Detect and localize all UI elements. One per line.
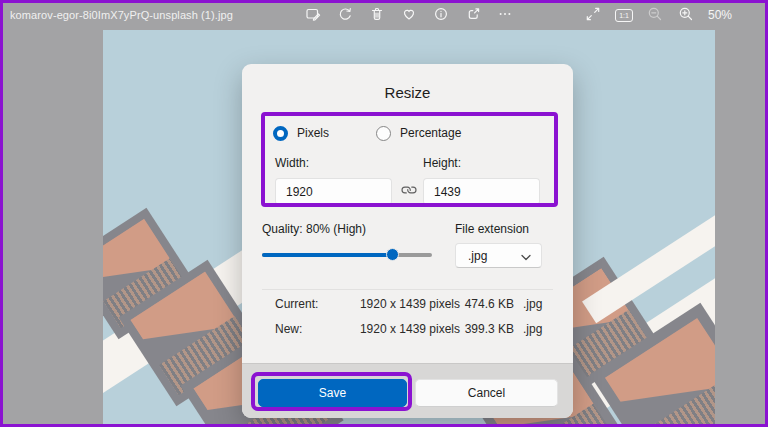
favorite-button[interactable]: [400, 6, 418, 24]
top-toolbar: komarov-egor-8i0ImX7yPrQ-unsplash (1).jp…: [0, 0, 768, 30]
quality-slider[interactable]: [262, 247, 432, 263]
zoom-in-icon: [678, 6, 694, 25]
more-options-icon: [497, 6, 513, 25]
delete-icon: [369, 6, 385, 25]
dialog-title: Resize: [242, 64, 573, 101]
summary-row-current: Current: 1920 x 1439 pixels 474.6 KB .jp…: [242, 297, 573, 313]
summary-size: 474.6 KB: [464, 297, 514, 311]
toolbar-right-icons: 1:1 50%: [584, 0, 732, 30]
filename: komarov-egor-8i0ImX7yPrQ-unsplash (1).jp…: [10, 0, 233, 30]
link-dimensions-button[interactable]: [400, 183, 417, 200]
zoom-level-label[interactable]: 50%: [708, 8, 732, 22]
summary-label: Current:: [275, 297, 318, 311]
slider-thumb[interactable]: [386, 248, 399, 261]
link-icon: [402, 183, 416, 200]
radio-unselected-icon: [376, 126, 391, 141]
width-label: Width:: [275, 156, 309, 170]
building-wall: [582, 193, 715, 324]
radio-percentage-label: Percentage: [400, 126, 461, 140]
zoom-out-icon: [647, 6, 663, 25]
width-input[interactable]: [275, 178, 392, 205]
photos-app-window: komarov-egor-8i0ImX7yPrQ-unsplash (1).jp…: [0, 0, 768, 427]
delete-button[interactable]: [368, 6, 386, 24]
fullscreen-icon: [585, 6, 601, 25]
summary-dimensions: 1920 x 1439 pixels: [352, 322, 460, 336]
file-extension-dropdown[interactable]: .jpg: [455, 243, 542, 268]
height-input[interactable]: [423, 178, 540, 205]
file-extension-value: .jpg: [468, 249, 487, 263]
chevron-down-icon: [521, 247, 531, 265]
summary-size: 399.3 KB: [464, 322, 514, 336]
radio-selected-icon: [273, 126, 288, 141]
balcony-cube: [103, 208, 198, 339]
more-options-button[interactable]: [496, 6, 514, 24]
zoom-out-button[interactable]: [646, 6, 664, 24]
file-extension-label: File extension: [455, 222, 529, 236]
rotate-icon: [337, 6, 353, 25]
favorite-icon: [401, 6, 417, 25]
share-icon: [465, 6, 481, 25]
fullscreen-button[interactable]: [584, 6, 602, 24]
summary-extension: .jpg: [523, 297, 542, 311]
toolbar-center-icons: [304, 0, 514, 30]
rotate-button[interactable]: [336, 6, 354, 24]
summary-label: New:: [275, 322, 302, 336]
slider-fill: [262, 253, 393, 257]
edit-image-button[interactable]: [304, 6, 322, 24]
actual-size-icon: 1:1: [615, 9, 633, 22]
cancel-button[interactable]: Cancel: [415, 379, 558, 407]
dialog-footer: Save Cancel: [242, 363, 573, 418]
balcony-cube: [590, 303, 715, 427]
summary-dimensions: 1920 x 1439 pixels: [352, 297, 460, 311]
summary-row-new: New: 1920 x 1439 pixels 399.3 KB .jpg: [242, 322, 573, 338]
radio-pixels-label: Pixels: [297, 126, 329, 140]
height-label: Height:: [423, 156, 461, 170]
info-icon: [433, 6, 449, 25]
save-button[interactable]: Save: [258, 379, 407, 407]
radio-percentage[interactable]: Percentage: [376, 125, 461, 141]
resize-dialog: Resize Pixels Percentage Width: Height: …: [242, 64, 573, 418]
share-button[interactable]: [464, 6, 482, 24]
edit-image-icon: [305, 6, 321, 25]
summary-divider: [262, 289, 553, 290]
summary-extension: .jpg: [523, 322, 542, 336]
radio-pixels[interactable]: Pixels: [273, 125, 329, 141]
quality-label: Quality: 80% (High): [262, 222, 366, 236]
info-button[interactable]: [432, 6, 450, 24]
zoom-in-button[interactable]: [677, 6, 695, 24]
actual-size-button[interactable]: 1:1: [615, 6, 633, 24]
